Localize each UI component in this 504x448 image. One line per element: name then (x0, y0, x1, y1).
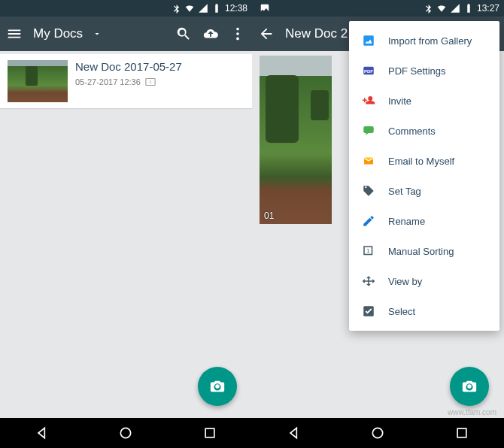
appbar-title: New Doc 2 (285, 26, 348, 41)
email-icon (361, 153, 376, 168)
camera-icon (461, 378, 478, 395)
fab-camera[interactable] (450, 367, 489, 406)
svg-rect-15 (457, 428, 466, 437)
svg-point-0 (236, 28, 239, 31)
document-card[interactable]: New Doc 2017-05-27 05-27-2017 12:36 1 (0, 54, 252, 108)
menu-pdf-settings[interactable]: PDF PDF Settings (349, 56, 499, 86)
document-title: New Doc 2017-05-27 (75, 60, 182, 73)
menu-view-by[interactable]: View by (349, 266, 499, 296)
wifi-icon (436, 3, 447, 14)
fab-camera[interactable] (198, 367, 237, 406)
svg-point-5 (121, 428, 131, 437)
svg-rect-6 (205, 428, 214, 437)
nav-bar-left (0, 418, 252, 448)
document-thumbnail (8, 60, 68, 102)
page-preview[interactable]: 01 (260, 56, 332, 224)
wifi-icon (184, 3, 195, 14)
appbar-title[interactable]: My Docs (33, 26, 83, 41)
svg-point-1 (236, 32, 239, 35)
nav-home-icon[interactable] (118, 425, 133, 440)
nav-back-icon[interactable] (35, 425, 50, 440)
battery-icon (211, 3, 222, 14)
image-icon (361, 33, 376, 48)
bluetooth-icon (423, 3, 433, 14)
menu-email-myself[interactable]: Email to Myself (349, 146, 499, 176)
check-icon (361, 304, 376, 319)
camera-icon (209, 378, 226, 395)
svg-point-2 (236, 38, 239, 41)
image-notification-icon (260, 3, 270, 14)
menu-comments[interactable]: Comments (349, 116, 499, 146)
menu-set-tag[interactable]: Set Tag (349, 176, 499, 206)
pencil-icon (361, 213, 376, 229)
svg-text:1: 1 (366, 247, 369, 254)
nav-back-icon[interactable] (287, 425, 302, 440)
clock-text: 13:27 (477, 3, 499, 14)
svg-text:1: 1 (149, 79, 152, 84)
nav-bar-right (252, 418, 504, 448)
bluetooth-icon (171, 3, 181, 14)
view-icon (361, 274, 376, 289)
svg-rect-10 (363, 126, 374, 133)
status-bar-right: 13:27 (252, 0, 504, 17)
overflow-icon[interactable] (229, 26, 246, 42)
menu-rename[interactable]: Rename (349, 206, 499, 236)
dropdown-icon[interactable] (89, 26, 105, 42)
svg-text:PDF: PDF (364, 69, 373, 74)
menu-import-gallery[interactable]: Import from Gallery (349, 26, 499, 56)
svg-rect-7 (363, 35, 374, 46)
pdf-icon: PDF (361, 63, 376, 78)
hamburger-icon[interactable] (6, 26, 23, 42)
app-bar-left: My Docs (0, 17, 252, 51)
overflow-menu: Import from Gallery PDF PDF Settings Inv… (349, 21, 499, 331)
invite-icon (361, 93, 376, 108)
signal-icon (450, 3, 460, 14)
cloud-upload-icon[interactable] (202, 26, 219, 42)
page-count-icon: 1 (145, 78, 156, 86)
document-subtitle: 05-27-2017 12:36 1 (75, 77, 182, 86)
nav-recent-icon[interactable] (202, 425, 217, 440)
nav-recent-icon[interactable] (454, 425, 469, 440)
back-arrow-icon[interactable] (258, 26, 275, 42)
tag-icon (361, 183, 376, 198)
menu-manual-sorting[interactable]: 1 Manual Sorting (349, 236, 499, 266)
menu-select[interactable]: Select (349, 296, 499, 326)
status-bar-left: 12:38 (0, 0, 252, 17)
comments-icon (361, 123, 376, 138)
signal-icon (198, 3, 208, 14)
battery-icon (463, 3, 474, 14)
search-icon[interactable] (175, 26, 192, 42)
page-number: 01 (264, 210, 274, 221)
menu-invite[interactable]: Invite (349, 86, 499, 116)
svg-point-14 (373, 428, 383, 437)
watermark: www.tfam.com (448, 408, 496, 416)
clock-text: 12:38 (225, 3, 247, 14)
nav-home-icon[interactable] (370, 425, 385, 440)
sort-icon: 1 (361, 244, 376, 259)
